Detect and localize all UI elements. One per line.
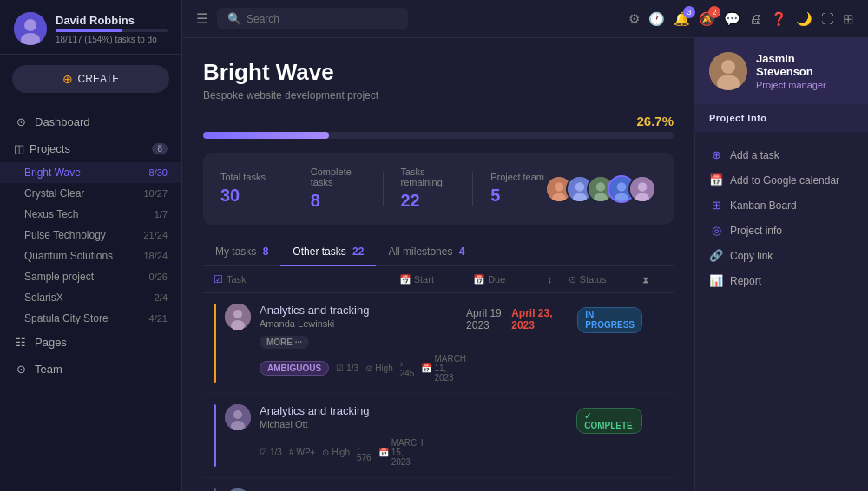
tab-all-milestones[interactable]: All milestones 4 [376,239,477,266]
filter-button[interactable]: ⚙ [628,11,640,27]
task-status-1: IN PROGRESS [577,304,642,333]
help-button[interactable]: ❓ [771,11,787,27]
kanban-board-label: Kanban Board [730,200,797,212]
user-info: David Robbins 18/117 (154%) tasks to do [56,14,168,44]
project-count: 21/24 [143,230,168,240]
meta-checklist: ☑ 1/3 [336,363,358,373]
tab-other-tasks[interactable]: Other tasks 22 [280,239,376,266]
task-avatar-1 [225,304,251,330]
status-icon: ⊙ [569,274,576,285]
col-filter-header[interactable]: ⧗ [642,274,663,285]
task-start-2 [424,404,490,408]
task-info-1: Analytics and tracking Amanda Lewinski M… [260,304,466,383]
projects-folder-icon: ◫ [14,142,24,155]
action-google-calendar[interactable]: 📅 Add to Google calendar [695,167,868,193]
project-count: 1/7 [155,209,168,219]
project-item-bright-wave[interactable]: Bright Wave 8/30 [0,162,181,183]
task-avatar-2 [225,404,251,430]
complete-tasks-stat: Complete tasks 8 [311,167,365,211]
print-button[interactable]: 🖨 [749,11,762,26]
task-person-2: Michael Ott [260,419,424,429]
moon-button[interactable]: 🌙 [796,11,812,27]
project-item-quantum-solutions[interactable]: Quantum Solutions 18/24 [0,245,181,266]
layout-button[interactable]: ⊞ [843,11,854,27]
main-content: ☰ 🔍 ⚙ 🕐 🔔 3 🔕 2 💬 🖨 ❓ 🌙 ⛶ ⊞ Bri [182,0,868,491]
sidebar-item-dashboard[interactable]: ⊙ Dashboard [0,108,181,135]
sidebar-item-team[interactable]: ⊙ Team [0,356,181,383]
projects-label: Projects [30,142,70,155]
team-avatar-5 [628,175,656,203]
project-item-sample-project[interactable]: Sample project 0/26 [0,266,181,287]
project-name: Sample project [24,271,94,283]
task-name-2: Analytics and tracking [260,404,424,417]
google-calendar-label: Add to Google calendar [730,174,839,187]
team-label: Team [35,363,62,376]
chat-button[interactable]: 💬 [724,11,740,27]
col-sort-header[interactable]: ↕ [548,274,569,285]
clock-button[interactable]: 🕐 [648,11,665,27]
hamburger-button[interactable]: ☰ [196,10,208,27]
table-row[interactable]: Analytics and tracking Amanda Lewinski M… [203,293,674,394]
tab-my-tasks[interactable]: My tasks 8 [203,239,280,266]
header-actions: ⚙ 🕐 🔔 3 🔕 2 💬 🖨 ❓ 🌙 ⛶ ⊞ [628,11,854,27]
project-list: Bright Wave 8/30 Crystal Clear 10/27 Nex… [0,162,181,329]
complete-tasks-label: Complete tasks [311,167,365,187]
task-info-2: Analytics and tracking Michael Ott ☑ 1/3… [260,404,424,467]
project-team-stat: Project team 5 [490,172,545,206]
table-header: ☑ Task 📅 Start 📅 Due ↕ ⊙ Status [203,266,674,293]
create-button[interactable]: ⊕ CREATE [12,65,169,93]
project-item-crystal-clear[interactable]: Crystal Clear 10/27 [0,183,181,204]
tasks-badge: 3 [683,6,695,18]
project-item-nexus-tech[interactable]: Nexus Tech 1/7 [0,204,181,225]
svg-point-1 [24,19,36,31]
right-panel: Jasmin Stevenson Project manager Project… [694,38,868,491]
project-info-label: Project info [730,225,782,237]
task-start-1: April 19, 2023 [466,304,511,331]
task-bar-purple [214,404,216,467]
task-bar-orange [214,304,216,383]
search-input[interactable] [247,13,398,25]
project-team-value: 5 [490,186,545,206]
meta-priority-2: ⊙ High [322,448,350,457]
project-item-spatula-city-store[interactable]: Spatula City Store 4/21 [0,308,181,329]
svg-point-28 [721,60,735,74]
username: David Robbins [56,14,168,27]
total-tasks-value: 30 [220,186,275,206]
project-item-pulse-technology[interactable]: Pulse Technology 21/24 [0,225,181,245]
user-progress-bar [56,29,168,32]
total-tasks-stat: Total tasks 30 [220,172,275,206]
action-add-task[interactable]: ⊕ Add a task [695,142,868,167]
action-report[interactable]: 📊 Report [695,268,868,293]
expand-button[interactable]: ⛶ [821,11,834,26]
add-task-label: Add a task [730,149,779,161]
sidebar-item-pages[interactable]: ☷ Pages [0,329,181,356]
task-status-2: ✓ COMPLETE [576,404,642,434]
action-project-info[interactable]: ◎ Project info [695,218,868,243]
table-row[interactable]: Analytics and tracking Michael Ott ☑ 1/3… [203,394,674,478]
task-meta-1: AMBIGUOUS ☑ 1/3 ⊙ High › 245 📅 MARCH 11,… [260,354,466,383]
task-name-1: Analytics and tracking [260,304,466,317]
search-box[interactable]: 🔍 [217,8,408,29]
col-start-header: 📅 Start [399,274,473,285]
calendar-start-icon: 📅 [399,274,411,285]
copy-link-label: Copy link [730,250,773,262]
report-icon: 📊 [709,274,723,287]
bell-tasks-button[interactable]: 🔔 3 [674,11,690,27]
stat-divider-2 [383,172,384,206]
manager-role: Project manager [756,80,854,90]
action-kanban-board[interactable]: ⊞ Kanban Board [695,193,868,218]
user-task-count: 18/117 (154%) tasks to do [56,35,168,44]
bell-alerts-button[interactable]: 🔕 2 [699,11,715,27]
svg-point-22 [233,410,242,419]
plus-icon: ⊕ [62,72,73,86]
manager-info: Jasmin Stevenson Project manager [756,52,854,90]
table-row[interactable]: Bitbucket repo March 31, April 10, 2023 … [203,478,674,491]
project-count: 18/24 [143,251,168,261]
more-tag: MORE ··· [260,336,309,349]
project-item-solarisx[interactable]: SolarisX 2/4 [0,287,181,308]
task-column-label: Task [227,274,247,285]
project-name: Spatula City Store [24,312,108,324]
meta-priority: ⊙ High [365,363,393,373]
kanban-icon: ⊞ [709,199,723,212]
action-copy-link[interactable]: 🔗 Copy link [695,243,868,268]
